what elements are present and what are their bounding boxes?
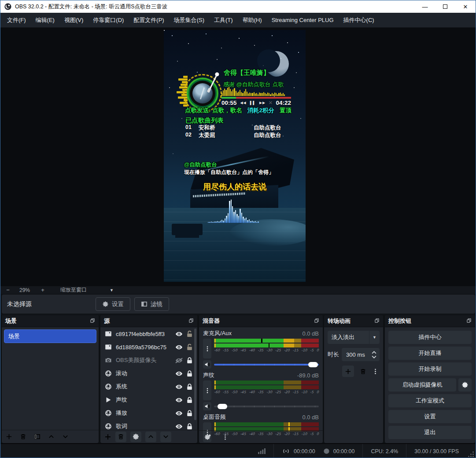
start-recording-button[interactable]: 开始录制	[388, 362, 472, 376]
source-row[interactable]: OBS美颜摄像头	[100, 354, 197, 367]
move-source-up-button[interactable]	[145, 432, 156, 442]
zoom-in-button[interactable]: +	[34, 287, 52, 293]
video-canvas[interactable]: 舍得【王唯旖】 感谢 @自助点歌台 点歌 00:55 ◀◀ ▌▌ ▶▶ ⤫ 04…	[164, 30, 306, 282]
maximize-button[interactable]	[435, 0, 455, 13]
remove-scene-icon[interactable]	[20, 433, 26, 440]
unlock-icon[interactable]	[184, 330, 195, 338]
source-row[interactable]: 声纹	[100, 393, 197, 406]
minimize-button[interactable]: —	[415, 0, 435, 13]
playlist-title: 已点歌曲列表	[185, 116, 224, 125]
zoom-fit-arrow-icon[interactable]: ▼	[110, 288, 114, 292]
sources-header[interactable]: 源	[100, 315, 197, 327]
menu-item[interactable]: 视图(V)	[59, 13, 88, 28]
add-scene-icon[interactable]	[6, 433, 12, 440]
visibility-toggle[interactable]	[173, 396, 184, 404]
plugin-center-button[interactable]: 插件中心	[388, 331, 472, 344]
visibility-toggle[interactable]	[173, 370, 184, 377]
popout-icon[interactable]	[90, 317, 95, 325]
menu-item[interactable]: Streaming Center PLUG	[267, 13, 339, 28]
lock-icon[interactable]	[184, 423, 195, 430]
visibility-toggle[interactable]	[173, 423, 184, 430]
transition-menu-icon[interactable]	[372, 368, 379, 375]
resize-grip-icon[interactable]	[468, 451, 474, 457]
menu-item[interactable]: 场景集合(S)	[169, 13, 209, 28]
menu-item[interactable]: 编辑(E)	[31, 13, 59, 28]
visibility-toggle[interactable]	[173, 383, 184, 391]
channel-menu-button[interactable]	[203, 380, 211, 400]
start-virtual-camera-button[interactable]: 启动虚拟摄像机	[388, 378, 456, 392]
menu-bar: 文件(F)编辑(E)视图(V)停靠窗口(D)配置文件(P)场景集合(S)工具(T…	[0, 13, 476, 28]
no-source-label: 未选择源	[7, 300, 32, 308]
menu-item[interactable]: 配置文件(P)	[129, 13, 169, 28]
menu-item[interactable]: 停靠窗口(D)	[88, 13, 129, 28]
advanced-audio-icon[interactable]	[203, 434, 211, 440]
popout-icon[interactable]	[374, 317, 380, 325]
popout-icon[interactable]	[314, 317, 319, 325]
scene-filters-icon[interactable]	[34, 433, 41, 440]
volume-slider[interactable]	[214, 403, 319, 409]
source-row[interactable]: 歌词	[100, 420, 197, 430]
camera-source-icon	[105, 357, 112, 364]
channel-menu-button[interactable]	[203, 339, 211, 358]
lock-icon[interactable]	[184, 370, 195, 377]
window-title: OBS 32.0.2 - 配置文件: 未命名 - 场景: 听云通用S点歌台三音波	[15, 3, 168, 11]
start-streaming-button[interactable]: 开始直播	[388, 347, 472, 360]
visibility-toggle-hidden[interactable]	[173, 357, 184, 364]
studio-mode-button[interactable]: 工作室模式	[388, 394, 472, 407]
spin-down-icon[interactable]	[372, 355, 376, 358]
unlock-icon[interactable]	[184, 344, 195, 351]
mute-button[interactable]	[203, 360, 211, 369]
transition-select[interactable]: 淡入淡出 ▼	[328, 331, 380, 344]
transitions-header[interactable]: 转场动画	[324, 315, 383, 327]
menu-item[interactable]: 帮助(H)	[238, 13, 267, 28]
lock-icon[interactable]	[184, 396, 195, 404]
remove-source-button[interactable]	[115, 432, 126, 442]
lock-icon[interactable]	[184, 383, 195, 391]
source-properties-button[interactable]	[130, 432, 141, 442]
menu-item[interactable]: 插件中心(C)	[339, 13, 379, 28]
vu-meter	[214, 385, 319, 389]
source-row[interactable]: 播放	[100, 406, 197, 420]
move-source-down-button[interactable]	[160, 432, 171, 442]
move-scene-up-icon[interactable]	[48, 433, 55, 440]
close-button[interactable]: ✕	[455, 0, 476, 13]
controls-header[interactable]: 控制按钮	[385, 315, 475, 327]
mixer-menu-icon[interactable]	[222, 434, 229, 440]
visibility-toggle[interactable]	[173, 330, 184, 338]
source-row[interactable]: 滚动	[100, 367, 197, 380]
mixer-header[interactable]: 混音器	[199, 315, 323, 327]
menu-item[interactable]: 工具(T)	[209, 13, 238, 28]
lock-icon[interactable]	[184, 410, 195, 417]
scenes-header[interactable]: 场景	[2, 315, 99, 327]
filters-button[interactable]: 滤镜	[134, 297, 169, 311]
source-row[interactable]: 6d18859a5796bc75	[100, 340, 197, 354]
mute-button[interactable]	[203, 402, 211, 410]
menu-item[interactable]: 文件(F)	[2, 13, 31, 28]
zoom-out-button[interactable]: −	[0, 287, 15, 293]
zoom-fit-dropdown[interactable]: 缩放至窗口	[60, 286, 87, 294]
source-row[interactable]: 系统	[100, 380, 197, 393]
popout-icon[interactable]	[188, 317, 194, 325]
add-transition-button[interactable]	[342, 366, 354, 377]
sources-scrollbar[interactable]	[194, 329, 196, 420]
move-scene-down-icon[interactable]	[62, 433, 69, 440]
lock-icon[interactable]	[184, 357, 195, 364]
sources-panel: 源 c8917f4ebbfbfe5ff3 6d18859a5796bc75	[100, 315, 197, 443]
volume-db-label: 0.0 dB	[302, 414, 319, 421]
visibility-toggle[interactable]	[173, 344, 184, 351]
preview-area[interactable]: 舍得【王唯旖】 感谢 @自助点歌台 点歌 00:55 ◀◀ ▌▌ ▶▶ ⤫ 04…	[0, 28, 476, 286]
settings-button[interactable]: 设置	[388, 410, 472, 423]
visibility-toggle[interactable]	[173, 410, 184, 417]
volume-slider[interactable]	[214, 362, 319, 367]
popout-icon[interactable]	[466, 317, 472, 325]
sources-list: c8917f4ebbfbfe5ff3 6d18859a5796bc75 OBS美…	[100, 327, 197, 430]
duration-spinner[interactable]: 300 ms	[342, 348, 380, 361]
exit-button[interactable]: 退出	[388, 426, 472, 439]
remove-transition-icon[interactable]	[360, 368, 366, 375]
add-source-icon[interactable]	[104, 433, 111, 440]
virtual-camera-settings-button[interactable]	[458, 378, 472, 392]
scene-list-item[interactable]: 场景	[4, 329, 96, 343]
source-row[interactable]: c8917f4ebbfbfe5ff3	[100, 327, 197, 340]
spin-up-icon[interactable]	[372, 351, 376, 354]
properties-button[interactable]: 设置	[96, 297, 130, 311]
